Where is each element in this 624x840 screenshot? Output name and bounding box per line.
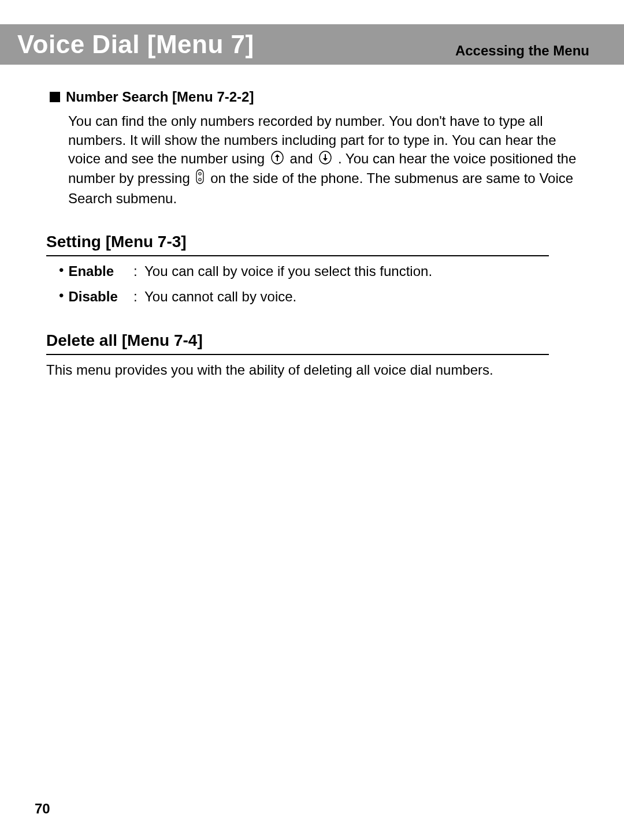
svg-point-4 — [199, 178, 201, 181]
number-search-and: and — [290, 151, 317, 166]
svg-point-3 — [199, 173, 201, 175]
option-colon: : — [133, 263, 138, 279]
side-key-icon — [196, 169, 204, 189]
setting-options-list: • Enable : You can call by voice if you … — [59, 262, 589, 307]
option-label: Disable — [68, 288, 126, 306]
list-item: • Enable : You can call by voice if you … — [59, 262, 589, 281]
page-content: Number Search [Menu 7-2-2] You can find … — [46, 65, 589, 379]
svg-rect-2 — [196, 170, 203, 184]
setting-heading: Setting [Menu 7-3] — [46, 231, 549, 256]
page-title: Voice Dial [Menu 7] — [17, 30, 254, 59]
delete-all-paragraph: This menu provides you with the ability … — [46, 361, 549, 379]
page-header-band: Voice Dial [Menu 7] Accessing the Menu — [0, 24, 624, 65]
up-arrow-icon — [271, 151, 284, 169]
number-search-heading: Number Search [Menu 7-2-2] — [50, 88, 589, 106]
delete-all-heading: Delete all [Menu 7-4] — [46, 330, 549, 355]
option-label: Enable — [68, 262, 126, 281]
manual-page: Voice Dial [Menu 7] Accessing the Menu N… — [0, 0, 624, 840]
option-description: You cannot call by voice. — [144, 289, 296, 304]
breadcrumb: Accessing the Menu — [455, 43, 589, 59]
number-search-paragraph: You can find the only numbers recorded b… — [68, 112, 577, 208]
dot-bullet-icon: • — [59, 262, 64, 279]
number-search-heading-text: Number Search [Menu 7-2-2] — [66, 88, 254, 106]
square-bullet-icon — [50, 92, 60, 102]
page-number: 70 — [35, 801, 50, 817]
dot-bullet-icon: • — [59, 288, 64, 304]
option-description: You can call by voice if you select this… — [144, 263, 432, 279]
down-arrow-icon — [319, 151, 332, 169]
option-colon: : — [133, 289, 138, 304]
list-item: • Disable : You cannot call by voice. — [59, 288, 589, 306]
